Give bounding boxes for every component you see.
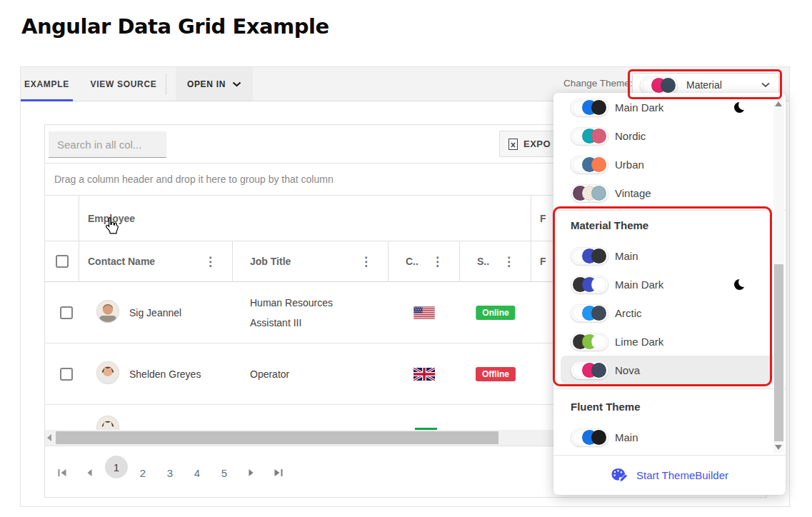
job-line: Operator bbox=[250, 368, 289, 380]
theme-option-material-main[interactable]: Main bbox=[561, 241, 778, 270]
theme-option-label: Main bbox=[615, 250, 638, 262]
tab-divider bbox=[166, 74, 166, 95]
theme-option-label: Urban bbox=[615, 159, 644, 171]
column-menu-icon[interactable]: ⋮ bbox=[204, 256, 216, 268]
fluent-theme-header: Fluent Theme bbox=[553, 389, 786, 423]
chevron-down-icon bbox=[761, 82, 770, 88]
avatar bbox=[96, 299, 120, 326]
theme-option-label: Nova bbox=[615, 364, 640, 376]
theme-option-urban[interactable]: Urban bbox=[561, 150, 778, 179]
last-page-button[interactable] bbox=[274, 468, 284, 477]
theme-swatch bbox=[571, 127, 608, 145]
page: Angular Data Grid Example EXAMPLE VIEW S… bbox=[0, 0, 812, 517]
theme-swatch bbox=[571, 333, 608, 351]
theme-swatch bbox=[571, 304, 608, 322]
select-all-checkbox[interactable] bbox=[56, 255, 69, 268]
active-tab-underline bbox=[21, 99, 73, 101]
moon-icon bbox=[734, 278, 746, 290]
moon-icon bbox=[734, 101, 746, 113]
tab-view-source-label: VIEW SOURCE bbox=[90, 79, 156, 89]
next-page-button[interactable] bbox=[249, 468, 255, 477]
avatar bbox=[96, 415, 120, 430]
page-title: Angular Data Grid Example bbox=[21, 14, 329, 39]
dropdown-scrollbar-thumb[interactable] bbox=[774, 264, 783, 441]
tab-example[interactable]: EXAMPLE bbox=[21, 67, 73, 101]
start-themebuilder-link[interactable]: Start ThemeBuilder bbox=[553, 455, 786, 495]
row-checkbox[interactable] bbox=[60, 306, 73, 319]
open-in-label: OPEN IN bbox=[187, 79, 226, 89]
job-line: Human Resources bbox=[250, 297, 333, 308]
theme-swatch bbox=[571, 428, 608, 446]
job-title-label: Job Title bbox=[250, 256, 291, 267]
theme-swatch bbox=[571, 247, 608, 265]
page-button[interactable]: 5 bbox=[221, 467, 227, 479]
theme-option-vintage[interactable]: Vintage bbox=[561, 179, 778, 207]
theme-swatch bbox=[571, 276, 608, 293]
select-all-cell bbox=[45, 241, 79, 281]
column-status[interactable]: S.. ⋮ bbox=[460, 241, 531, 281]
column-contact-name[interactable]: Contact Name ⋮ bbox=[79, 241, 233, 281]
previous-page-button[interactable] bbox=[86, 468, 93, 477]
theme-option-material-nova[interactable]: Nova bbox=[561, 356, 778, 384]
selected-theme-name: Material bbox=[686, 79, 761, 91]
search-input[interactable] bbox=[49, 131, 166, 158]
theme-option-label: Arctic bbox=[615, 307, 642, 319]
tab-view-source[interactable]: VIEW SOURCE bbox=[84, 67, 163, 101]
theme-option-label: Lime Dark bbox=[615, 336, 663, 348]
dropdown-scrollbar[interactable] bbox=[773, 99, 784, 453]
page-button[interactable]: 4 bbox=[194, 467, 200, 479]
page-button[interactable]: 2 bbox=[140, 467, 146, 479]
excel-file-icon bbox=[508, 139, 518, 150]
contact-name-label: Contact Name bbox=[88, 256, 155, 267]
theme-option-label: Vintage bbox=[615, 187, 651, 199]
theme-option-material-lime-dark[interactable]: Lime Dark bbox=[561, 327, 778, 356]
theme-dropdown-panel: Main Dark Nordic Urban bbox=[553, 93, 786, 495]
column-menu-icon[interactable]: ⋮ bbox=[503, 256, 515, 268]
column-menu-icon[interactable]: ⋮ bbox=[431, 256, 443, 268]
status-badge: Offline bbox=[476, 367, 516, 381]
start-themebuilder-label: Start ThemeBuilder bbox=[636, 469, 728, 481]
theme-swatch bbox=[571, 156, 608, 174]
selected-theme-swatch bbox=[640, 76, 678, 94]
clipped-group-label: F bbox=[540, 213, 546, 224]
theme-option-label: Main Dark bbox=[615, 278, 663, 291]
uk-flag-icon bbox=[413, 368, 435, 381]
open-in-menu[interactable]: OPEN IN bbox=[176, 67, 253, 101]
theme-option-nordic[interactable]: Nordic bbox=[561, 121, 778, 150]
scroll-left-arrow-icon[interactable] bbox=[47, 434, 51, 441]
header-spacer-cell bbox=[45, 196, 79, 241]
contact-name-cell: Sig Jeannel bbox=[129, 307, 181, 318]
horizontal-scrollbar-thumb[interactable] bbox=[56, 431, 498, 444]
themebuilder-palette-icon bbox=[611, 467, 629, 484]
theme-option-label: Main Dark bbox=[615, 101, 663, 114]
theme-option-fluent-main[interactable]: Main bbox=[561, 423, 778, 451]
theme-list: Main Dark Nordic Urban bbox=[553, 93, 786, 455]
theme-option-main-dark[interactable]: Main Dark bbox=[561, 93, 778, 121]
column-group-employee[interactable]: Employee bbox=[79, 196, 531, 241]
first-page-button[interactable] bbox=[58, 468, 67, 477]
avatar bbox=[96, 361, 120, 388]
theme-swatch bbox=[571, 184, 608, 202]
column-country[interactable]: C.. ⋮ bbox=[389, 241, 460, 281]
us-flag-icon bbox=[413, 306, 435, 319]
scroll-up-arrow-icon[interactable] bbox=[775, 101, 782, 106]
theme-swatch bbox=[571, 99, 608, 116]
row-checkbox[interactable] bbox=[60, 368, 73, 381]
column-menu-icon[interactable]: ⋮ bbox=[360, 256, 372, 268]
page-button[interactable]: 3 bbox=[167, 467, 173, 479]
group-hint-text: Drag a column header and drop it here to… bbox=[54, 174, 334, 185]
theme-option-material-arctic[interactable]: Arctic bbox=[561, 298, 778, 327]
job-title-cell: Operator bbox=[250, 364, 289, 384]
page-button-current[interactable]: 1 bbox=[105, 456, 128, 478]
job-title-cell: Human Resources Assistant III bbox=[250, 293, 333, 333]
theme-option-label: Main bbox=[615, 431, 638, 443]
job-line: Assistant III bbox=[250, 317, 301, 328]
scroll-down-arrow-icon[interactable] bbox=[775, 445, 782, 450]
column-job-title[interactable]: Job Title ⋮ bbox=[233, 241, 389, 281]
country-column-label: C.. bbox=[406, 256, 418, 267]
theme-option-material-main-dark[interactable]: Main Dark bbox=[561, 270, 778, 298]
material-theme-header: Material Theme bbox=[553, 211, 786, 241]
tab-example-label: EXAMPLE bbox=[24, 79, 69, 89]
theme-swatch bbox=[571, 361, 608, 379]
chevron-down-icon bbox=[232, 81, 241, 87]
